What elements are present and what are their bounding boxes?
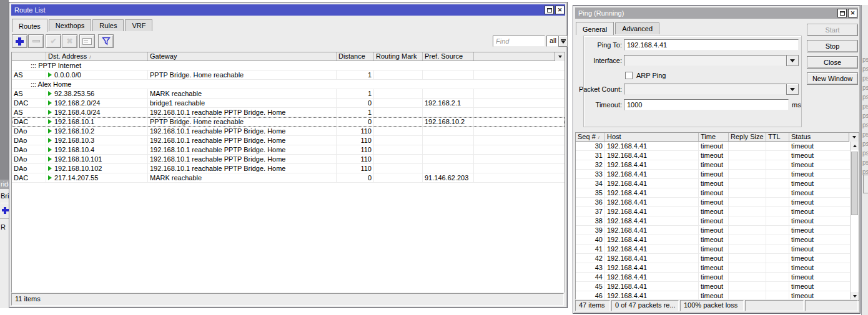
ping-row[interactable]: 38192.168.4.41timeouttimeout: [576, 216, 850, 226]
tab-routes[interactable]: Routes: [12, 19, 47, 32]
route-column-menu-button[interactable]: [555, 52, 565, 61]
tab-vrf[interactable]: VRF: [125, 19, 152, 31]
new-window-button[interactable]: New Window: [807, 72, 858, 85]
enable-route-button[interactable]: ✔: [46, 34, 61, 48]
ping-row[interactable]: 45192.168.4.41timeouttimeout: [576, 282, 850, 291]
route-row[interactable]: AS0.0.0.0/0PPTP Bridge. Home reachable1: [12, 70, 565, 80]
route-filler: [474, 155, 565, 164]
filter-button[interactable]: [98, 34, 114, 48]
ping-titlebar[interactable]: Ping (Running) ✕: [575, 7, 858, 19]
ping-time: timeout: [699, 151, 729, 160]
ping-row[interactable]: 35192.168.4.41timeouttimeout: [576, 188, 850, 198]
column-dst-address[interactable]: Dst. Address/: [46, 52, 148, 61]
route-pref-source: 192.168.2.1: [423, 99, 474, 108]
ping-row[interactable]: 37192.168.4.41timeouttimeout: [576, 207, 850, 216]
packet-count-dropdown-button[interactable]: [786, 84, 799, 95]
close-button[interactable]: ✕: [848, 9, 857, 17]
ping-row[interactable]: 39192.168.4.41timeouttimeout: [576, 226, 850, 235]
vertical-scrollbar[interactable]: [850, 142, 859, 300]
close-button[interactable]: ✕: [555, 6, 565, 14]
column-ttl[interactable]: TTL: [766, 133, 789, 141]
add-route-button[interactable]: [12, 34, 27, 48]
route-filler: [474, 117, 565, 127]
tab-rules[interactable]: Rules: [92, 19, 124, 31]
ping-row[interactable]: 46192.168.4.41timeouttimeout: [576, 291, 850, 300]
scroll-up-button[interactable]: [851, 142, 859, 150]
column-status[interactable]: Status: [789, 133, 849, 141]
stop-button[interactable]: Stop: [807, 40, 858, 52]
timeout-input[interactable]: [624, 99, 789, 110]
item-count: 47 items: [575, 300, 610, 311]
ping-reply-size: [729, 291, 766, 300]
filter-scope-value[interactable]: all: [546, 36, 558, 47]
route-comment-row[interactable]: ::: PPTP Internet: [12, 61, 565, 70]
column-seq[interactable]: Seq #/: [576, 133, 605, 141]
find-input[interactable]: [493, 36, 545, 47]
ping-row[interactable]: 31192.168.4.41timeouttimeout: [576, 151, 850, 160]
ping-status: timeout: [789, 216, 850, 226]
packet-count-label: Packet Count:: [573, 85, 622, 93]
route-row[interactable]: DAo192.168.10.101192.168.10.1 reachable …: [12, 155, 565, 164]
ping-row[interactable]: 34192.168.4.41timeouttimeout: [576, 179, 850, 188]
route-routing-mark: [374, 173, 423, 183]
ping-row[interactable]: 42192.168.4.41timeouttimeout: [576, 254, 850, 263]
ping-row[interactable]: 43192.168.4.41timeouttimeout: [576, 263, 850, 273]
route-comment-row[interactable]: ::: Alex Home: [12, 80, 565, 89]
bridge-add-button-fragment[interactable]: [1, 203, 9, 216]
tab-advanced[interactable]: Advanced: [615, 22, 659, 34]
column-host[interactable]: Host: [605, 133, 699, 141]
route-row[interactable]: DAC217.14.207.55MARK reachable091.146.62…: [12, 173, 565, 183]
route-row[interactable]: AS92.38.253.56MARK reachable1: [12, 89, 565, 99]
route-dst-address: 192.168.2.0/24: [46, 99, 148, 108]
active-route-icon: [48, 119, 52, 124]
column-time[interactable]: Time: [699, 133, 729, 141]
route-list-titlebar[interactable]: Route List ✕: [11, 4, 565, 16]
tab-nexthops[interactable]: Nexthops: [49, 19, 91, 31]
ping-row[interactable]: 44192.168.4.41timeouttimeout: [576, 273, 850, 282]
ping-row[interactable]: 36192.168.4.41timeouttimeout: [576, 198, 850, 207]
ping-to-input[interactable]: [624, 39, 799, 51]
comment-icon: [82, 38, 92, 45]
ping-seq: 40: [576, 235, 605, 245]
background-text-fragment: ps: [862, 150, 868, 157]
ping-row[interactable]: 41192.168.4.41timeouttimeout: [576, 245, 850, 254]
ping-row[interactable]: 30192.168.4.41timeouttimeout: [576, 142, 850, 151]
start-button[interactable]: Start: [807, 24, 858, 36]
route-row[interactable]: DAC192.168.10.1PPTP Bridge. Home reachab…: [12, 117, 565, 127]
route-flags: DAo: [12, 127, 46, 136]
remove-route-button[interactable]: [28, 34, 44, 48]
route-row[interactable]: DAo192.168.10.4192.168.10.1 reachable PP…: [12, 145, 565, 155]
interface-dropdown-button[interactable]: [786, 55, 799, 66]
column-routing-mark[interactable]: Routing Mark: [374, 52, 423, 61]
comment-button[interactable]: [79, 34, 95, 48]
disable-route-button[interactable]: ✖: [62, 34, 77, 48]
ping-reply-size: [729, 170, 766, 179]
maximize-button[interactable]: [837, 9, 847, 17]
route-row[interactable]: AS192.168.4.0/24192.168.10.1 reachable P…: [12, 108, 565, 117]
column-distance[interactable]: Distance: [337, 52, 374, 61]
filter-scope-dropdown-button[interactable]: [558, 36, 568, 47]
packet-count-input[interactable]: [624, 84, 786, 95]
close-button[interactable]: Close: [807, 56, 858, 69]
route-row[interactable]: DAo192.168.10.3192.168.10.1 reachable PP…: [12, 136, 565, 145]
column-reply-size[interactable]: Reply Size: [729, 133, 766, 141]
ping-host: 192.168.4.41: [605, 179, 699, 188]
maximize-button[interactable]: [545, 6, 554, 14]
interface-input[interactable]: [624, 55, 786, 66]
ping-row[interactable]: 40192.168.4.41timeouttimeout: [576, 235, 850, 245]
ping-seq: 45: [576, 282, 605, 291]
ping-row[interactable]: 32192.168.4.41timeouttimeout: [576, 160, 850, 170]
ping-reply-size: [729, 142, 766, 151]
ping-column-menu-button[interactable]: [849, 133, 859, 142]
ping-row[interactable]: 33192.168.4.41timeouttimeout: [576, 170, 850, 179]
timeout-label: Timeout:: [573, 101, 622, 109]
route-row[interactable]: DAC192.168.2.0/24bridge1 reachable0192.1…: [12, 99, 565, 108]
scrollbar-thumb[interactable]: [851, 152, 858, 215]
column-pref-source[interactable]: Pref. Source: [423, 52, 474, 61]
arp-ping-checkbox[interactable]: [625, 72, 633, 79]
route-row[interactable]: DAo192.168.10.102192.168.10.1 reachable …: [12, 164, 565, 173]
column-gateway[interactable]: Gateway: [148, 52, 337, 61]
tab-general[interactable]: General: [576, 22, 614, 35]
route-row[interactable]: DAo192.168.10.2192.168.10.1 reachable PP…: [12, 127, 565, 136]
column-flags[interactable]: [12, 52, 46, 61]
